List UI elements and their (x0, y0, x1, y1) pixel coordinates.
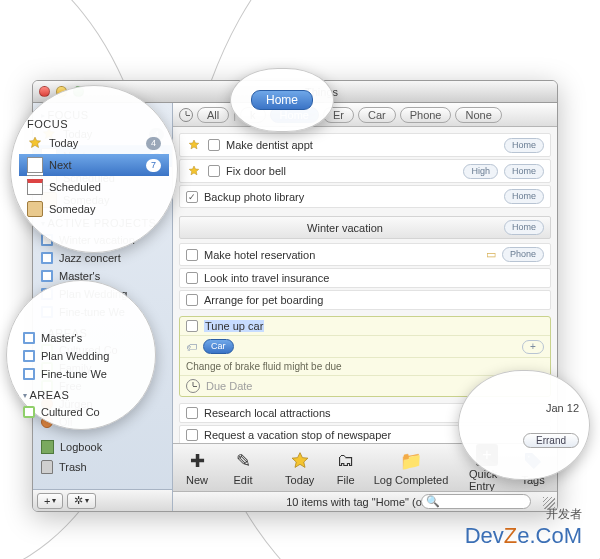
sidebar-item-project[interactable]: Plan Wedding (15, 347, 147, 365)
project-icon (41, 270, 53, 282)
task-title: Arrange for pet boarding (204, 294, 544, 306)
sidebar-footer: +▾ ✲▾ (33, 489, 172, 511)
magnifier-focus: FOCUS Today4 Next7 Scheduled Someday (10, 85, 178, 253)
toolbar-file[interactable]: 🗂File (328, 450, 364, 486)
box-icon (27, 201, 43, 217)
sidebar-item-label: Jazz concert (59, 252, 121, 264)
checkbox[interactable] (186, 429, 198, 441)
magnifier-detail: Jan 12 Errand (458, 370, 590, 480)
calendar-icon (27, 179, 43, 195)
checkbox[interactable] (186, 272, 198, 284)
task-tag[interactable]: Phone (502, 247, 544, 262)
group-title: Winter vacation (186, 222, 504, 234)
watermark-brand: DevZe.CoM (465, 523, 582, 549)
task-note[interactable]: Change of brake fluid might be due (186, 361, 342, 372)
stack-icon (27, 157, 43, 173)
toolbar-today[interactable]: Today (282, 450, 318, 486)
sidebar-add-button[interactable]: +▾ (37, 493, 63, 509)
task-tag[interactable]: Errand (523, 433, 579, 448)
task-title: Make dentist appt (226, 139, 498, 151)
add-tag-button[interactable]: + (522, 340, 544, 354)
task-tag[interactable]: Home (504, 220, 544, 235)
filter-tab[interactable]: Car (358, 107, 396, 123)
sidebar-item-today[interactable]: Today4 (19, 132, 169, 154)
task-title: Backup photo library (204, 191, 498, 203)
tag-icon: 🏷 (186, 341, 197, 353)
checkbox[interactable] (186, 294, 198, 306)
logbook-icon (41, 440, 54, 454)
task-title: Fix door bell (226, 165, 457, 177)
plus-circle-icon: ✚ (190, 450, 205, 472)
star-icon (186, 137, 202, 153)
checkbox[interactable] (208, 165, 220, 177)
sidebar-item-trash[interactable]: Trash (33, 457, 172, 477)
due-date-field[interactable]: Due Date (206, 380, 252, 392)
task-title: Look into travel insurance (204, 272, 544, 284)
search-input[interactable]: 🔍 (421, 494, 531, 509)
areas-heading: ▾AREAS (15, 383, 147, 403)
task-row[interactable]: Make dentist apptHome (179, 133, 551, 157)
task-row[interactable]: Arrange for pet boarding (179, 290, 551, 310)
toolbar-new[interactable]: ✚New (179, 450, 215, 486)
task-tag[interactable]: Home (504, 189, 544, 204)
search-icon: 🔍 (426, 495, 440, 508)
magnifier-areas: Master's Plan Wedding Fine-tune We ▾AREA… (6, 280, 156, 430)
task-row[interactable]: Fix door bellHighHome (179, 159, 551, 183)
task-title: Make hotel reservation (204, 249, 480, 261)
toolbar-edit[interactable]: ✎Edit (225, 450, 261, 486)
gear-icon: ✲ (74, 494, 83, 507)
task-tag[interactable]: High (463, 164, 498, 179)
area-icon (23, 406, 35, 418)
project-icon (23, 368, 35, 380)
sidebar-item-next[interactable]: Next7 (19, 154, 169, 176)
project-icon (41, 252, 53, 264)
task-tag[interactable]: Home (504, 138, 544, 153)
check-folder-icon: 📁 (400, 450, 422, 472)
task-row[interactable]: Look into travel insurance (179, 268, 551, 288)
sidebar-item-area[interactable]: Cultured Co (15, 403, 147, 421)
filter-all[interactable]: All (197, 107, 229, 123)
project-icon (23, 350, 35, 362)
sidebar-settings-button[interactable]: ✲▾ (67, 493, 96, 509)
pencil-icon: ✎ (236, 450, 251, 472)
sidebar-item-scheduled[interactable]: Scheduled (19, 176, 169, 198)
checkbox[interactable]: ✓ (186, 191, 198, 203)
task-tag[interactable]: Home (504, 164, 544, 179)
task-row[interactable]: Make hotel reservation▭Phone (179, 243, 551, 266)
star-icon (186, 163, 202, 179)
due-date-value: Jan 12 (546, 402, 579, 414)
project-group-header[interactable]: Winter vacationHome (179, 216, 551, 239)
project-icon (23, 332, 35, 344)
sidebar-item-someday[interactable]: Someday (19, 198, 169, 220)
sidebar-item-project[interactable]: Fine-tune We (15, 365, 147, 383)
filter-tab-home[interactable]: Home (251, 90, 313, 110)
toolbar-log-completed[interactable]: 📁Log Completed (374, 450, 449, 486)
watermark-line1: 开发者 (546, 506, 582, 523)
sidebar-item-logbook[interactable]: Logbook (33, 437, 172, 457)
magnifier-filter: Home (230, 68, 334, 132)
checkbox[interactable] (208, 139, 220, 151)
star-icon (27, 135, 43, 151)
checkbox[interactable] (186, 407, 198, 419)
sidebar-item-project[interactable]: Master's (15, 329, 147, 347)
filter-tab[interactable]: None (455, 107, 501, 123)
task-tag[interactable]: Car (203, 339, 234, 354)
task-title-input[interactable]: Tune up car (204, 320, 264, 332)
sidebar-item-label: Logbook (60, 441, 102, 453)
clock-icon[interactable] (179, 108, 193, 122)
checkbox[interactable] (186, 249, 198, 261)
trash-icon (41, 460, 53, 474)
focus-heading: FOCUS (19, 112, 169, 132)
task-row[interactable]: ✓Backup photo libraryHome (179, 185, 551, 208)
sidebar-item-label: Trash (59, 461, 87, 473)
checkbox[interactable] (186, 320, 198, 332)
folder-icon: 🗂 (337, 450, 355, 472)
clock-icon[interactable] (186, 379, 200, 393)
filter-tab[interactable]: Phone (400, 107, 452, 123)
status-bar: 10 items with tag "Home" (of 17) 🔍 (173, 491, 557, 511)
note-icon: ▭ (486, 248, 496, 261)
star-icon (290, 450, 310, 472)
